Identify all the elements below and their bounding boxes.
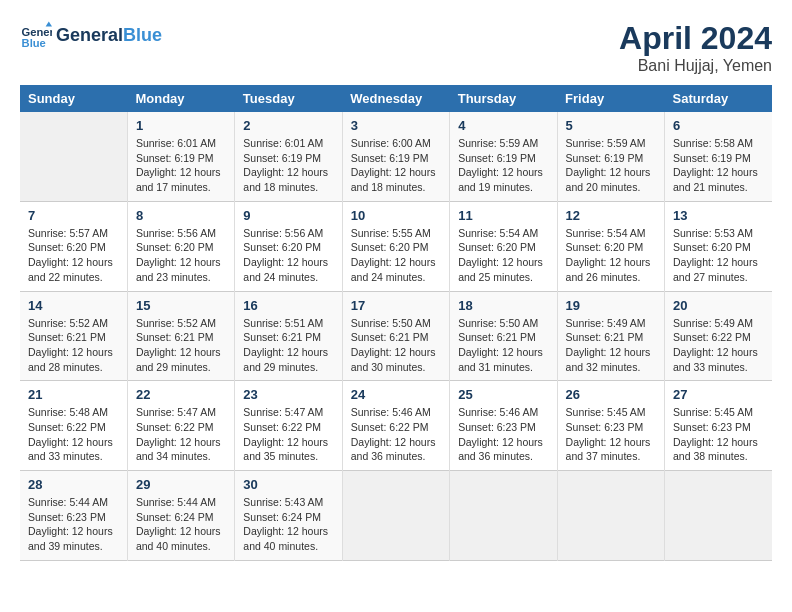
day-number: 29 [136, 477, 226, 492]
day-number: 19 [566, 298, 656, 313]
calendar-week-row: 21Sunrise: 5:48 AM Sunset: 6:22 PM Dayli… [20, 381, 772, 471]
calendar-cell: 7Sunrise: 5:57 AM Sunset: 6:20 PM Daylig… [20, 201, 127, 291]
day-number: 15 [136, 298, 226, 313]
day-number: 8 [136, 208, 226, 223]
calendar-week-row: 7Sunrise: 5:57 AM Sunset: 6:20 PM Daylig… [20, 201, 772, 291]
calendar-cell [557, 471, 664, 561]
calendar-cell: 17Sunrise: 5:50 AM Sunset: 6:21 PM Dayli… [342, 291, 449, 381]
weekday-header-row: SundayMondayTuesdayWednesdayThursdayFrid… [20, 85, 772, 112]
day-number: 1 [136, 118, 226, 133]
weekday-header: Monday [127, 85, 234, 112]
day-number: 23 [243, 387, 333, 402]
day-number: 27 [673, 387, 764, 402]
day-info: Sunrise: 5:54 AM Sunset: 6:20 PM Dayligh… [566, 226, 656, 285]
calendar-cell: 26Sunrise: 5:45 AM Sunset: 6:23 PM Dayli… [557, 381, 664, 471]
calendar-table: SundayMondayTuesdayWednesdayThursdayFrid… [20, 85, 772, 561]
page-header: General Blue GeneralBlue April 2024 Bani… [20, 20, 772, 75]
day-number: 9 [243, 208, 333, 223]
day-info: Sunrise: 5:50 AM Sunset: 6:21 PM Dayligh… [458, 316, 548, 375]
day-number: 3 [351, 118, 441, 133]
logo: General Blue GeneralBlue [20, 20, 162, 52]
day-number: 26 [566, 387, 656, 402]
day-number: 16 [243, 298, 333, 313]
day-number: 11 [458, 208, 548, 223]
calendar-cell: 9Sunrise: 5:56 AM Sunset: 6:20 PM Daylig… [235, 201, 342, 291]
weekday-header: Sunday [20, 85, 127, 112]
weekday-header: Wednesday [342, 85, 449, 112]
calendar-cell: 14Sunrise: 5:52 AM Sunset: 6:21 PM Dayli… [20, 291, 127, 381]
day-number: 6 [673, 118, 764, 133]
calendar-cell: 3Sunrise: 6:00 AM Sunset: 6:19 PM Daylig… [342, 112, 449, 201]
day-info: Sunrise: 5:45 AM Sunset: 6:23 PM Dayligh… [673, 405, 764, 464]
day-info: Sunrise: 5:44 AM Sunset: 6:24 PM Dayligh… [136, 495, 226, 554]
calendar-cell: 13Sunrise: 5:53 AM Sunset: 6:20 PM Dayli… [665, 201, 772, 291]
svg-text:Blue: Blue [22, 37, 46, 49]
calendar-cell: 20Sunrise: 5:49 AM Sunset: 6:22 PM Dayli… [665, 291, 772, 381]
calendar-cell: 27Sunrise: 5:45 AM Sunset: 6:23 PM Dayli… [665, 381, 772, 471]
day-number: 2 [243, 118, 333, 133]
day-number: 18 [458, 298, 548, 313]
calendar-cell: 23Sunrise: 5:47 AM Sunset: 6:22 PM Dayli… [235, 381, 342, 471]
logo-text: GeneralBlue [56, 26, 162, 46]
day-number: 4 [458, 118, 548, 133]
day-info: Sunrise: 5:52 AM Sunset: 6:21 PM Dayligh… [28, 316, 119, 375]
day-info: Sunrise: 5:56 AM Sunset: 6:20 PM Dayligh… [136, 226, 226, 285]
calendar-cell: 11Sunrise: 5:54 AM Sunset: 6:20 PM Dayli… [450, 201, 557, 291]
day-info: Sunrise: 5:55 AM Sunset: 6:20 PM Dayligh… [351, 226, 441, 285]
day-info: Sunrise: 5:47 AM Sunset: 6:22 PM Dayligh… [243, 405, 333, 464]
day-info: Sunrise: 5:56 AM Sunset: 6:20 PM Dayligh… [243, 226, 333, 285]
page-subtitle: Bani Hujjaj, Yemen [619, 57, 772, 75]
svg-marker-2 [46, 22, 52, 27]
day-info: Sunrise: 5:49 AM Sunset: 6:21 PM Dayligh… [566, 316, 656, 375]
weekday-header: Friday [557, 85, 664, 112]
calendar-cell: 2Sunrise: 6:01 AM Sunset: 6:19 PM Daylig… [235, 112, 342, 201]
logo-icon: General Blue [20, 20, 52, 52]
day-info: Sunrise: 6:01 AM Sunset: 6:19 PM Dayligh… [136, 136, 226, 195]
day-number: 14 [28, 298, 119, 313]
day-info: Sunrise: 6:00 AM Sunset: 6:19 PM Dayligh… [351, 136, 441, 195]
day-info: Sunrise: 5:59 AM Sunset: 6:19 PM Dayligh… [458, 136, 548, 195]
calendar-cell: 22Sunrise: 5:47 AM Sunset: 6:22 PM Dayli… [127, 381, 234, 471]
calendar-cell [342, 471, 449, 561]
calendar-cell: 24Sunrise: 5:46 AM Sunset: 6:22 PM Dayli… [342, 381, 449, 471]
day-number: 21 [28, 387, 119, 402]
calendar-cell: 19Sunrise: 5:49 AM Sunset: 6:21 PM Dayli… [557, 291, 664, 381]
day-info: Sunrise: 5:53 AM Sunset: 6:20 PM Dayligh… [673, 226, 764, 285]
calendar-week-row: 14Sunrise: 5:52 AM Sunset: 6:21 PM Dayli… [20, 291, 772, 381]
svg-text:General: General [22, 26, 52, 38]
calendar-cell [665, 471, 772, 561]
day-info: Sunrise: 5:50 AM Sunset: 6:21 PM Dayligh… [351, 316, 441, 375]
day-number: 28 [28, 477, 119, 492]
calendar-week-row: 28Sunrise: 5:44 AM Sunset: 6:23 PM Dayli… [20, 471, 772, 561]
calendar-cell: 21Sunrise: 5:48 AM Sunset: 6:22 PM Dayli… [20, 381, 127, 471]
day-number: 22 [136, 387, 226, 402]
day-info: Sunrise: 6:01 AM Sunset: 6:19 PM Dayligh… [243, 136, 333, 195]
day-number: 12 [566, 208, 656, 223]
day-info: Sunrise: 5:49 AM Sunset: 6:22 PM Dayligh… [673, 316, 764, 375]
calendar-cell: 15Sunrise: 5:52 AM Sunset: 6:21 PM Dayli… [127, 291, 234, 381]
day-number: 17 [351, 298, 441, 313]
day-info: Sunrise: 5:58 AM Sunset: 6:19 PM Dayligh… [673, 136, 764, 195]
calendar-cell [450, 471, 557, 561]
day-info: Sunrise: 5:44 AM Sunset: 6:23 PM Dayligh… [28, 495, 119, 554]
day-number: 24 [351, 387, 441, 402]
calendar-cell: 28Sunrise: 5:44 AM Sunset: 6:23 PM Dayli… [20, 471, 127, 561]
calendar-cell: 6Sunrise: 5:58 AM Sunset: 6:19 PM Daylig… [665, 112, 772, 201]
calendar-cell: 5Sunrise: 5:59 AM Sunset: 6:19 PM Daylig… [557, 112, 664, 201]
day-info: Sunrise: 5:43 AM Sunset: 6:24 PM Dayligh… [243, 495, 333, 554]
day-info: Sunrise: 5:59 AM Sunset: 6:19 PM Dayligh… [566, 136, 656, 195]
calendar-cell: 8Sunrise: 5:56 AM Sunset: 6:20 PM Daylig… [127, 201, 234, 291]
calendar-cell: 30Sunrise: 5:43 AM Sunset: 6:24 PM Dayli… [235, 471, 342, 561]
day-info: Sunrise: 5:47 AM Sunset: 6:22 PM Dayligh… [136, 405, 226, 464]
page-title: April 2024 [619, 20, 772, 57]
day-info: Sunrise: 5:46 AM Sunset: 6:22 PM Dayligh… [351, 405, 441, 464]
day-info: Sunrise: 5:52 AM Sunset: 6:21 PM Dayligh… [136, 316, 226, 375]
day-number: 30 [243, 477, 333, 492]
calendar-cell: 4Sunrise: 5:59 AM Sunset: 6:19 PM Daylig… [450, 112, 557, 201]
calendar-cell: 25Sunrise: 5:46 AM Sunset: 6:23 PM Dayli… [450, 381, 557, 471]
day-info: Sunrise: 5:45 AM Sunset: 6:23 PM Dayligh… [566, 405, 656, 464]
day-number: 25 [458, 387, 548, 402]
day-info: Sunrise: 5:51 AM Sunset: 6:21 PM Dayligh… [243, 316, 333, 375]
day-number: 20 [673, 298, 764, 313]
day-info: Sunrise: 5:46 AM Sunset: 6:23 PM Dayligh… [458, 405, 548, 464]
